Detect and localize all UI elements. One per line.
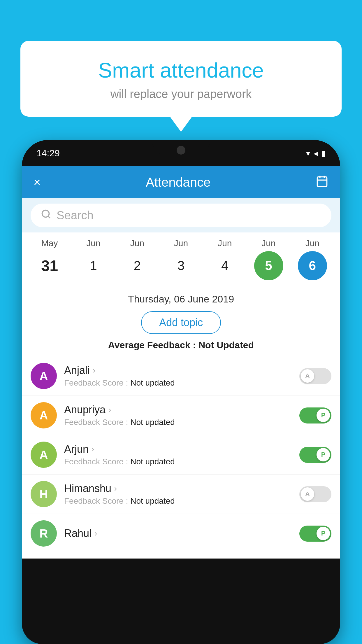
date-info-section: Thursday, 06 June 2019 Add topic Average… — [22, 286, 340, 356]
avatar-arjun: A — [31, 442, 57, 468]
speech-bubble-container: Smart attendance will replace your paper… — [20, 41, 342, 117]
month-0: May — [31, 238, 68, 248]
avatar-partial: R — [31, 520, 57, 547]
student-name-anupriya[interactable]: Anupriya › — [64, 404, 299, 416]
date-5[interactable]: 5 — [250, 251, 288, 280]
status-bar: 14:29 ▾ ◂ ▮ — [22, 140, 340, 166]
toggle-anjali[interactable]: A — [299, 368, 331, 384]
chevron-icon: › — [108, 405, 111, 414]
avg-feedback-value: Not Updated — [198, 340, 254, 350]
search-bar[interactable]: Search — [31, 204, 331, 227]
selected-date-label: Thursday, 06 June 2019 — [28, 293, 334, 305]
toggle-knob-himanshu: A — [301, 487, 314, 501]
student-info-partial: Rahul › — [64, 527, 299, 540]
phone-frame: 14:29 ▾ ◂ ▮ × Attendance — [22, 140, 340, 644]
app-header: × Attendance — [22, 166, 340, 198]
student-info-anjali: Anjali › Feedback Score : Not updated — [64, 364, 299, 388]
student-item-partial: R Rahul › P — [22, 514, 340, 559]
avg-feedback-label: Average Feedback : — [108, 340, 198, 350]
student-list: A Anjali › Feedback Score : Not updated … — [22, 356, 340, 559]
phone-notch — [152, 140, 210, 156]
search-icon — [41, 209, 51, 222]
date-4[interactable]: 4 — [206, 258, 244, 273]
chevron-icon: › — [93, 366, 95, 375]
student-info-himanshu: Himanshu › Feedback Score : Not updated — [64, 482, 299, 506]
student-item-arjun: A Arjun › Feedback Score : Not updated P — [22, 435, 340, 475]
month-4: Jun — [206, 238, 244, 248]
svg-rect-0 — [317, 177, 327, 186]
date-2[interactable]: 2 — [118, 258, 156, 273]
month-6: Jun — [294, 238, 331, 248]
student-score-anjali: Feedback Score : Not updated — [64, 378, 299, 388]
toggle-himanshu[interactable]: A — [299, 486, 331, 502]
month-3: Jun — [162, 238, 200, 248]
date-1[interactable]: 1 — [74, 258, 112, 273]
avatar-anupriya: A — [31, 402, 57, 428]
toggle-knob-anjali: A — [301, 369, 314, 383]
toggle-knob-anupriya: P — [317, 409, 330, 422]
avatar-himanshu: H — [31, 481, 57, 507]
search-bar-wrapper: Search — [22, 198, 340, 232]
student-item-himanshu: H Himanshu › Feedback Score : Not update… — [22, 475, 340, 514]
status-time: 14:29 — [36, 148, 60, 159]
toggle-anupriya[interactable]: P — [299, 407, 331, 424]
app-title: Attendance — [146, 175, 211, 190]
student-score-anupriya: Feedback Score : Not updated — [64, 418, 299, 427]
student-item-anjali: A Anjali › Feedback Score : Not updated … — [22, 356, 340, 396]
chevron-icon: › — [94, 529, 97, 538]
bubble-title: Smart attendance — [38, 58, 324, 82]
student-info-arjun: Arjun › Feedback Score : Not updated — [64, 443, 299, 466]
calendar-months: May Jun Jun Jun Jun Jun Jun — [22, 238, 340, 248]
month-5: Jun — [250, 238, 288, 248]
add-topic-button[interactable]: Add topic — [141, 311, 221, 334]
month-1: Jun — [74, 238, 112, 248]
student-name-partial[interactable]: Rahul › — [64, 527, 299, 540]
search-placeholder: Search — [57, 209, 94, 222]
student-name-himanshu[interactable]: Himanshu › — [64, 482, 299, 495]
phone-camera — [177, 146, 185, 155]
status-icons: ▾ ◂ ▮ — [306, 148, 326, 158]
student-name-arjun[interactable]: Arjun › — [64, 443, 299, 455]
calendar-icon[interactable] — [316, 175, 328, 190]
date-3[interactable]: 3 — [162, 258, 200, 273]
student-score-himanshu: Feedback Score : Not updated — [64, 496, 299, 506]
calendar-dates: 31 1 2 3 4 5 6 — [22, 248, 340, 283]
chevron-icon: › — [114, 484, 117, 493]
avg-feedback: Average Feedback : Not Updated — [28, 340, 334, 351]
toggle-arjun[interactable]: P — [299, 447, 331, 463]
toggle-knob-partial: P — [317, 527, 330, 540]
chevron-icon: › — [92, 444, 94, 454]
date-6[interactable]: 6 — [294, 251, 331, 280]
battery-icon: ▮ — [321, 148, 326, 158]
toggle-knob-arjun: P — [317, 448, 330, 461]
calendar-section: May Jun Jun Jun Jun Jun Jun 31 1 2 3 4 5… — [22, 232, 340, 286]
student-info-anupriya: Anupriya › Feedback Score : Not updated — [64, 404, 299, 427]
app-screen: × Attendance Search — [22, 166, 340, 559]
month-2: Jun — [118, 238, 156, 248]
student-item-anupriya: A Anupriya › Feedback Score : Not update… — [22, 396, 340, 435]
speech-bubble: Smart attendance will replace your paper… — [20, 41, 342, 117]
student-name-anjali[interactable]: Anjali › — [64, 364, 299, 377]
student-score-arjun: Feedback Score : Not updated — [64, 457, 299, 466]
avatar-anjali: A — [31, 363, 57, 389]
svg-line-5 — [48, 216, 50, 218]
svg-point-4 — [42, 210, 49, 217]
signal-icon: ◂ — [314, 148, 318, 158]
close-button[interactable]: × — [34, 175, 41, 189]
bubble-subtitle: will replace your paperwork — [38, 88, 324, 101]
wifi-icon: ▾ — [306, 148, 310, 158]
date-0[interactable]: 31 — [31, 257, 68, 274]
toggle-partial[interactable]: P — [299, 526, 331, 542]
